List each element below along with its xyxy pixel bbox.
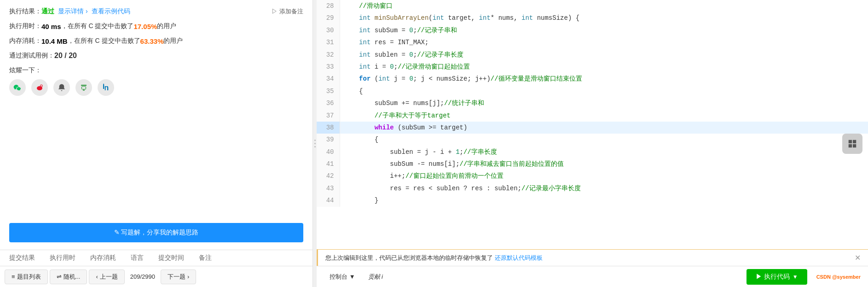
table-row: 35 { [317,85,868,97]
svg-rect-8 [849,144,852,147]
table-row: 34 for (int j = 0; j < numsSize; j++)//循… [317,73,868,85]
result-label: 执行结果： [9,7,41,16]
panel-divider[interactable] [313,0,317,287]
random-btn[interactable]: ⇌ 随机... [50,269,87,284]
problem-list-btn[interactable]: ≡ 题目列表 [5,269,48,284]
prev-btn[interactable]: ‹ 上一题 [89,269,124,284]
tab-notes[interactable]: 备注 [199,254,212,262]
random-label: 随机... [64,273,81,281]
time-desc: ，在所有 C 提交中击败了 [61,22,134,30]
notification-bar: 您上次编辑到这里，代码已从您浏览器本地的临时存储中恢复了 还原默认代码模板 ✕ [317,249,868,266]
table-row: 39 { [317,134,868,146]
炫耀-label: 炫耀一下： [9,66,303,75]
share-linkedin-btn[interactable] [98,79,114,96]
time-row: 执行用时： 40 ms ，在所有 C 提交中击败了 17.05% 的用户 [9,22,303,30]
table-row: 33 int i = 0;//记录滑动窗口起始位置 [317,61,868,73]
run-label: ▶ 执行代码 [756,273,790,281]
table-row: 38 while (subSum >= target) [317,122,868,134]
time-value: 40 ms [41,23,61,30]
time-percent: 17.05% [133,23,157,30]
notification-text: 您上次编辑到这里，代码已从您浏览器本地的临时存储中恢复了 [325,254,493,262]
svg-point-1 [41,85,43,87]
table-row: 43 res = res < sublen ? res : sublen;//记… [317,182,868,194]
table-row: 37 //子串和大于等于target [317,110,868,122]
next-label: 下一题 [168,273,185,281]
svg-rect-5 [83,89,84,90]
table-row: 44 } [317,194,868,206]
notification-close-btn[interactable]: ✕ [855,253,861,262]
svg-rect-6 [849,140,852,143]
tab-language[interactable]: 语言 [131,254,144,262]
result-section: 执行结果： 通过 显示详情 › 查看示例代码 添加备注 执行用时： 40 ms … [0,0,312,218]
test-label: 通过测试用例： [9,52,54,60]
svg-rect-2 [81,85,87,86]
test-value: 20 / 20 [54,52,77,60]
left-panel: 执行结果： 通过 显示详情 › 查看示例代码 添加备注 执行用时： 40 ms … [0,0,313,287]
mem-percent: 63.33% [140,37,164,45]
run-code-btn[interactable]: ▶ 执行代码 ▼ [746,269,807,285]
mem-suffix: 的用户 [163,37,183,45]
share-weibo-btn[interactable] [31,79,48,96]
table-row: 31 int res = INT_MAX; [317,36,868,48]
tab-submit-result[interactable]: 提交结果 [9,254,35,262]
right-bottom-bar: 控制台 ▼ 贡献 i ▶ 执行代码 ▼ CSDN @sysember [317,266,868,287]
code-editor[interactable]: 28 //滑动窗口 29 int minSubArrayLen(int targ… [317,0,868,249]
restore-default-link[interactable]: 还原默认代码模板 [495,254,543,262]
contribute-btn[interactable]: 贡献 i [368,273,383,281]
prev-icon: ‹ [96,273,98,280]
table-row: 29 int minSubArrayLen(int target, int* n… [317,12,868,24]
mem-row: 内存消耗： 10.4 MB ，在所有 C 提交中击败了 63.33% 的用户 [9,37,303,45]
floating-action-btn[interactable] [842,134,862,154]
table-row: 32 int sublen = 0;//记录子串长度 [317,49,868,61]
add-note-btn[interactable]: 添加备注 [272,7,303,16]
result-pass: 通过 [41,7,54,16]
console-label: 控制台 [330,273,347,280]
table-row: 42 i++;//窗口起始位置向前滑动一个位置 [317,170,868,182]
time-suffix: 的用户 [157,22,176,30]
right-panel: 28 //滑动窗口 29 int minSubArrayLen(int targ… [317,0,868,287]
tab-exec-time[interactable]: 执行用时 [50,254,75,262]
random-icon: ⇌ [57,273,62,280]
svg-rect-9 [853,144,856,147]
list-label: 题目列表 [17,273,41,281]
test-cases-row: 通过测试用例： 20 / 20 [9,52,303,60]
code-table: 28 //滑动窗口 29 int minSubArrayLen(int targ… [317,0,868,207]
write-solution-btn[interactable]: ✎ 写题解，分享我的解题思路 [9,223,303,242]
table-row: 28 //滑动窗口 [317,0,868,12]
svg-rect-7 [853,140,856,143]
tab-submit-time[interactable]: 提交时间 [158,254,184,262]
mem-value: 10.4 MB [41,37,68,45]
table-row: 40 sublen = j - i + 1;//字串长度 [317,146,868,158]
mem-label: 内存消耗： [9,37,41,45]
svg-rect-4 [83,90,85,91]
list-icon: ≡ [12,273,15,280]
share-section: 炫耀一下： [9,66,303,96]
share-douban-btn[interactable] [75,79,92,96]
table-row: 30 int subSum = 0;//记录子串和 [317,24,868,36]
csdn-badge: CSDN @sysember [816,274,861,280]
view-example-link[interactable]: 查看示例代码 [92,7,130,16]
result-row: 执行结果： 通过 显示详情 › 查看示例代码 添加备注 [9,7,303,16]
table-row: 41 subSum -= nums[i];//字串和减去窗口当前起始位置的值 [317,158,868,170]
next-btn[interactable]: 下一题 › [161,269,196,284]
svg-rect-3 [82,87,86,89]
prev-label: 上一题 [100,273,118,281]
bottom-tabs: 提交结果 执行用时 内存消耗 语言 提交时间 备注 [0,250,312,266]
share-notification-btn[interactable] [53,79,70,96]
share-wechat-btn[interactable] [9,79,26,96]
tab-memory[interactable]: 内存消耗 [90,254,116,262]
share-icons [9,79,303,96]
bottom-nav: ≡ 题目列表 ⇌ 随机... ‹ 上一题 209/2990 下一题 › [0,266,312,287]
show-detail-link[interactable]: 显示详情 › [58,7,88,16]
next-icon: › [187,273,189,280]
console-dropdown-icon: ▼ [349,273,355,280]
page-indicator: 209/2990 [130,273,155,280]
table-row: 36 subSum += nums[j];//统计子串和 [317,97,868,109]
console-btn[interactable]: 控制台 ▼ [324,270,361,284]
time-label: 执行用时： [9,22,41,30]
mem-desc: ，在所有 C 提交中击败了 [68,37,140,45]
run-dropdown-icon: ▼ [793,274,798,280]
